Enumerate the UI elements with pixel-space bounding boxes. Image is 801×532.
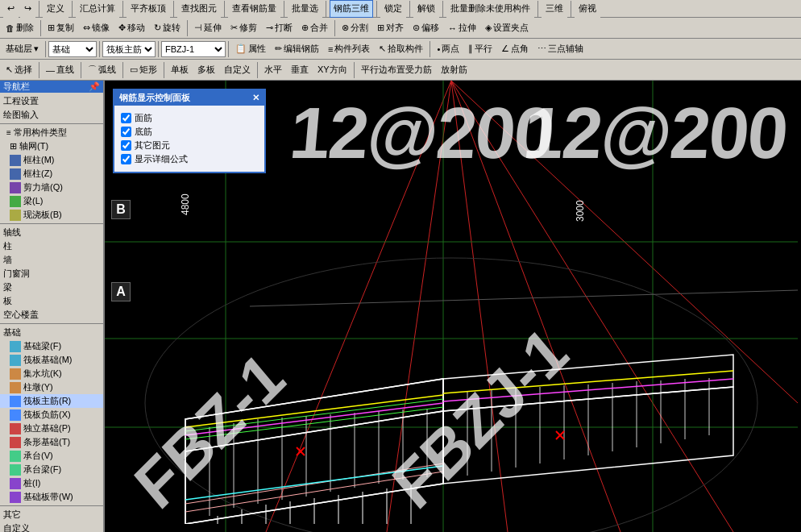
- sidebar-item-raft-top-rebar[interactable]: 筏板主筋(R): [0, 394, 103, 408]
- menu-batch[interactable]: 批量选: [288, 0, 322, 18]
- sidebar-item-pit[interactable]: 集水坑(K): [0, 367, 103, 380]
- sidebar-item-column-m[interactable]: 框柱(M): [0, 153, 103, 167]
- sidebar-item-band[interactable]: 基础板带(W): [0, 490, 103, 504]
- sidebar-section-project[interactable]: 工程设置: [0, 94, 103, 108]
- svg-marker-18: [443, 355, 733, 411]
- menu-3d[interactable]: 三维: [542, 0, 567, 18]
- checkbox-detail[interactable]: [121, 154, 131, 164]
- menu-calc[interactable]: 汇总计算: [76, 0, 119, 18]
- menu-level[interactable]: 平齐板顶: [127, 0, 170, 18]
- menu-3d-rebar[interactable]: 钢筋三维: [330, 0, 373, 18]
- item-label: 集水坑(K): [23, 368, 62, 380]
- vertical-button[interactable]: 垂直: [287, 61, 313, 79]
- parallel-button[interactable]: ∥ 平行: [464, 40, 496, 58]
- sidebar-item-grid[interactable]: ⊞ 轴网(T): [0, 139, 103, 153]
- break-button[interactable]: ⊸ 打断: [262, 19, 297, 37]
- redo-button[interactable]: ↪: [20, 0, 35, 18]
- component-type-select[interactable]: 筏板主筋: [102, 41, 156, 57]
- sidebar-item-raft-bot-rebar[interactable]: 筏板负筋(X): [0, 408, 103, 422]
- sidebar-item-shear-wall[interactable]: 剪力墙(Q): [0, 181, 103, 194]
- stretch-button[interactable]: ↔ 拉伸: [444, 19, 480, 37]
- sidebar-item-foundation[interactable]: 基础: [0, 326, 103, 339]
- arc-button[interactable]: ⌒ 弧线: [84, 61, 120, 79]
- sidebar-item-column-z[interactable]: 框柱(Z): [0, 167, 103, 181]
- separator: [122, 1, 123, 17]
- sidebar-item-capital[interactable]: 柱墩(Y): [0, 380, 103, 394]
- mirror-button[interactable]: ⇔ 镜像: [79, 19, 114, 37]
- floating-panel-close-icon[interactable]: ✕: [252, 93, 259, 103]
- sidebar-item-common-types[interactable]: ≡ 常用构件类型: [0, 126, 103, 139]
- sidebar-item-raft[interactable]: 筏板基础(M): [0, 353, 103, 367]
- split-button[interactable]: ⊗ 分割: [338, 19, 372, 37]
- sidebar-item-board[interactable]: 板: [0, 294, 103, 308]
- sidebar-section-drawing[interactable]: 绘图输入: [0, 108, 103, 122]
- menu-define[interactable]: 定义: [43, 0, 68, 18]
- menu-view-rebar[interactable]: 查看钢筋量: [228, 0, 280, 18]
- rotate-button[interactable]: ↻ 旋转: [150, 19, 185, 37]
- parallel-edge-button[interactable]: 平行边布置受力筋: [357, 61, 436, 79]
- edit-rebar-button[interactable]: ✏ 编辑钢筋: [271, 40, 323, 58]
- sep: [81, 62, 81, 78]
- sidebar-item-strip[interactable]: 条形基础(T): [0, 435, 103, 449]
- checkbox-other[interactable]: [121, 140, 131, 151]
- layer-select[interactable]: 基础层 ▾: [2, 40, 43, 58]
- move-button[interactable]: ✥ 移动: [114, 19, 149, 37]
- menu-unlock[interactable]: 解锁: [413, 0, 439, 18]
- line-button[interactable]: — 直线: [42, 61, 78, 79]
- radial-button[interactable]: 放射筋: [437, 61, 471, 79]
- sidebar-item-fbeam[interactable]: 基础梁(F): [0, 339, 103, 353]
- sidebar-item-beam2[interactable]: 梁: [0, 281, 103, 294]
- sidebar-divider: [0, 123, 103, 124]
- sidebar-item-isolated[interactable]: 独立基础(P): [0, 422, 103, 435]
- sidebar-item-door[interactable]: 门窗洞: [0, 267, 103, 281]
- angle-button[interactable]: ∠ 点角: [497, 40, 533, 58]
- custom-button[interactable]: 自定义: [220, 61, 255, 79]
- sidebar-item-wall[interactable]: 墙: [0, 253, 103, 267]
- menu-top-view[interactable]: 俯视: [575, 0, 600, 18]
- component-select[interactable]: FBZJ-1: [161, 41, 226, 57]
- axis-label-a: A: [111, 282, 131, 301]
- sidebar-item-custom[interactable]: 自定义: [0, 522, 103, 532]
- offset-button[interactable]: ⊜ 偏移: [409, 19, 443, 37]
- grip-button[interactable]: ◈ 设置夹点: [481, 19, 533, 37]
- extend-button[interactable]: ⊣ 延伸: [190, 19, 226, 37]
- item-label: 筏板基础(M): [23, 354, 73, 366]
- sep: [228, 41, 229, 57]
- horizontal-button[interactable]: 水平: [260, 61, 286, 79]
- sidebar-item-slab[interactable]: 现浇板(B): [0, 208, 103, 222]
- three-point-aux-button[interactable]: ⋯ 三点辅轴: [533, 40, 587, 58]
- rect-button[interactable]: ▭ 矩形: [126, 61, 161, 79]
- sidebar-item-axis[interactable]: 轴线: [0, 226, 103, 239]
- sidebar-item-pile[interactable]: 桩(I): [0, 476, 103, 490]
- menu-lock[interactable]: 锁定: [380, 0, 406, 18]
- undo-button[interactable]: ↩: [3, 0, 19, 18]
- menu-batch-delete[interactable]: 批量删除未使用构件: [446, 0, 534, 18]
- property-button[interactable]: 📋 属性: [231, 40, 270, 58]
- menu-find[interactable]: 查找图元: [177, 0, 221, 18]
- sidebar-item-beam[interactable]: 梁(L): [0, 194, 103, 208]
- viewport: 12@200 12@200 FBZ-1 FBZJ-1 A B 4800 3000…: [105, 81, 801, 532]
- xy-direction-button[interactable]: XY方向: [313, 61, 351, 79]
- checkbox-bottom[interactable]: [121, 127, 131, 137]
- sidebar-item-col[interactable]: 柱: [0, 239, 103, 253]
- item-label: 框柱(Z): [23, 168, 52, 180]
- multi-board-button[interactable]: 多板: [193, 61, 219, 79]
- single-board-button[interactable]: 单板: [167, 61, 193, 79]
- foundation-select[interactable]: 基础: [48, 41, 97, 57]
- merge-button[interactable]: ⊕ 合并: [297, 19, 332, 37]
- sidebar-item-hollow[interactable]: 空心楼盖: [0, 308, 103, 322]
- checkbox-face[interactable]: [121, 113, 131, 123]
- align-button[interactable]: ⊞ 对齐: [373, 19, 408, 37]
- select-button[interactable]: ↖ 选择: [2, 61, 36, 79]
- sidebar-item-other[interactable]: 其它: [0, 508, 103, 522]
- two-point-button[interactable]: • 两点: [433, 40, 463, 58]
- pick-component-button[interactable]: ↖ 拾取构件: [375, 40, 427, 58]
- sidebar-item-cap[interactable]: 承台(V): [0, 449, 103, 463]
- delete-button[interactable]: 🗑 删除: [2, 19, 38, 37]
- sidebar-item-capbeam[interactable]: 承台梁(F): [0, 463, 103, 476]
- svg-line-31: [185, 463, 443, 504]
- copy-button[interactable]: ⊞ 复制: [44, 19, 78, 37]
- component-list-button[interactable]: ≡ 构件列表: [324, 40, 374, 58]
- sidebar-pin-icon[interactable]: 📌: [89, 81, 100, 92]
- trim-button[interactable]: ✂ 修剪: [226, 19, 261, 37]
